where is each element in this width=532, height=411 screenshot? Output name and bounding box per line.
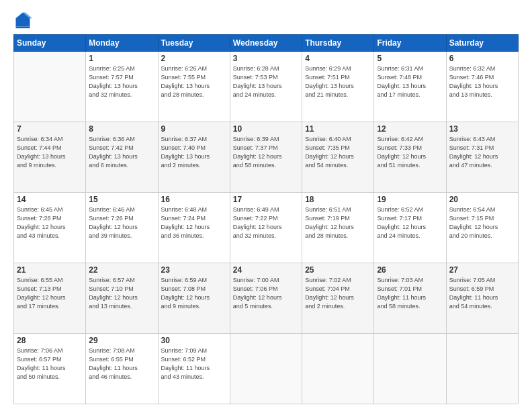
weekday-header: Sunday — [14, 35, 86, 52]
calendar-table: SundayMondayTuesdayWednesdayThursdayFrid… — [13, 34, 519, 404]
weekday-header: Friday — [374, 35, 446, 52]
calendar-cell: 14Sunrise: 6:45 AM Sunset: 7:28 PM Dayli… — [14, 193, 86, 263]
day-number: 26 — [377, 265, 443, 275]
day-number: 1 — [89, 54, 154, 63]
weekday-header: Monday — [86, 35, 158, 52]
day-number: 14 — [17, 195, 83, 204]
day-info: Sunrise: 6:55 AM Sunset: 7:13 PM Dayligh… — [17, 276, 83, 311]
day-info: Sunrise: 6:48 AM Sunset: 7:24 PM Dayligh… — [161, 205, 227, 240]
day-info: Sunrise: 7:03 AM Sunset: 7:01 PM Dayligh… — [377, 276, 443, 311]
day-info: Sunrise: 7:05 AM Sunset: 6:59 PM Dayligh… — [449, 276, 515, 311]
day-number: 11 — [305, 124, 371, 134]
day-info: Sunrise: 6:26 AM Sunset: 7:55 PM Dayligh… — [161, 64, 227, 99]
day-number: 21 — [17, 265, 83, 275]
day-number: 2 — [161, 54, 227, 63]
calendar-cell: 30Sunrise: 7:09 AM Sunset: 6:52 PM Dayli… — [158, 334, 230, 404]
day-info: Sunrise: 6:57 AM Sunset: 7:10 PM Dayligh… — [89, 276, 154, 311]
calendar-cell: 2Sunrise: 6:26 AM Sunset: 7:55 PM Daylig… — [158, 52, 230, 122]
day-number: 27 — [449, 265, 515, 275]
day-info: Sunrise: 6:52 AM Sunset: 7:17 PM Dayligh… — [377, 205, 443, 240]
header — [13, 10, 519, 29]
calendar-cell: 26Sunrise: 7:03 AM Sunset: 7:01 PM Dayli… — [374, 263, 446, 334]
calendar-page: SundayMondayTuesdayWednesdayThursdayFrid… — [0, 0, 532, 411]
day-number: 22 — [89, 265, 154, 275]
calendar-cell: 3Sunrise: 6:28 AM Sunset: 7:53 PM Daylig… — [230, 52, 302, 122]
calendar-cell — [14, 52, 86, 122]
weekday-header: Tuesday — [158, 35, 230, 52]
day-info: Sunrise: 6:28 AM Sunset: 7:53 PM Dayligh… — [233, 64, 299, 99]
calendar-cell: 16Sunrise: 6:48 AM Sunset: 7:24 PM Dayli… — [158, 193, 230, 263]
day-number: 18 — [305, 195, 371, 204]
day-number: 24 — [233, 265, 299, 275]
day-info: Sunrise: 6:51 AM Sunset: 7:19 PM Dayligh… — [305, 205, 371, 240]
calendar-cell: 6Sunrise: 6:32 AM Sunset: 7:46 PM Daylig… — [446, 52, 518, 122]
day-info: Sunrise: 6:25 AM Sunset: 7:57 PM Dayligh… — [89, 64, 154, 99]
day-info: Sunrise: 6:43 AM Sunset: 7:31 PM Dayligh… — [449, 135, 515, 170]
calendar-cell: 7Sunrise: 6:34 AM Sunset: 7:44 PM Daylig… — [14, 122, 86, 193]
day-number: 17 — [233, 195, 299, 204]
day-number: 12 — [377, 124, 443, 134]
day-info: Sunrise: 6:54 AM Sunset: 7:15 PM Dayligh… — [449, 205, 515, 240]
calendar-cell: 23Sunrise: 6:59 AM Sunset: 7:08 PM Dayli… — [158, 263, 230, 334]
calendar-cell: 27Sunrise: 7:05 AM Sunset: 6:59 PM Dayli… — [446, 263, 518, 334]
calendar-cell: 8Sunrise: 6:36 AM Sunset: 7:42 PM Daylig… — [86, 122, 158, 193]
day-info: Sunrise: 6:49 AM Sunset: 7:22 PM Dayligh… — [233, 205, 299, 240]
day-info: Sunrise: 7:09 AM Sunset: 6:52 PM Dayligh… — [161, 347, 227, 381]
day-info: Sunrise: 6:40 AM Sunset: 7:35 PM Dayligh… — [305, 135, 371, 170]
weekday-header: Wednesday — [230, 35, 302, 52]
calendar-cell: 12Sunrise: 6:42 AM Sunset: 7:33 PM Dayli… — [374, 122, 446, 193]
calendar-cell: 18Sunrise: 6:51 AM Sunset: 7:19 PM Dayli… — [302, 193, 374, 263]
calendar-cell: 22Sunrise: 6:57 AM Sunset: 7:10 PM Dayli… — [86, 263, 158, 334]
day-info: Sunrise: 7:08 AM Sunset: 6:55 PM Dayligh… — [89, 347, 154, 381]
day-number: 10 — [233, 124, 299, 134]
day-number: 6 — [449, 54, 515, 63]
day-info: Sunrise: 6:31 AM Sunset: 7:48 PM Dayligh… — [377, 64, 443, 99]
calendar-cell: 28Sunrise: 7:06 AM Sunset: 6:57 PM Dayli… — [14, 334, 86, 404]
day-number: 15 — [89, 195, 154, 204]
calendar-cell: 24Sunrise: 7:00 AM Sunset: 7:06 PM Dayli… — [230, 263, 302, 334]
calendar-cell: 13Sunrise: 6:43 AM Sunset: 7:31 PM Dayli… — [446, 122, 518, 193]
calendar-cell: 11Sunrise: 6:40 AM Sunset: 7:35 PM Dayli… — [302, 122, 374, 193]
calendar-cell: 5Sunrise: 6:31 AM Sunset: 7:48 PM Daylig… — [374, 52, 446, 122]
day-info: Sunrise: 6:32 AM Sunset: 7:46 PM Dayligh… — [449, 64, 515, 99]
day-number: 16 — [161, 195, 227, 204]
calendar-cell: 15Sunrise: 6:46 AM Sunset: 7:26 PM Dayli… — [86, 193, 158, 263]
day-number: 4 — [305, 54, 371, 63]
calendar-cell: 25Sunrise: 7:02 AM Sunset: 7:04 PM Dayli… — [302, 263, 374, 334]
day-number: 13 — [449, 124, 515, 134]
day-info: Sunrise: 6:39 AM Sunset: 7:37 PM Dayligh… — [233, 135, 299, 170]
calendar-cell — [446, 334, 518, 404]
calendar-cell — [374, 334, 446, 404]
calendar-cell — [230, 334, 302, 404]
day-number: 30 — [161, 336, 227, 345]
calendar-cell: 9Sunrise: 6:37 AM Sunset: 7:40 PM Daylig… — [158, 122, 230, 193]
day-number: 19 — [377, 195, 443, 204]
day-info: Sunrise: 6:36 AM Sunset: 7:42 PM Dayligh… — [89, 135, 154, 170]
day-info: Sunrise: 6:29 AM Sunset: 7:51 PM Dayligh… — [305, 64, 371, 99]
svg-rect-2 — [16, 27, 30, 29]
svg-marker-0 — [16, 13, 30, 27]
day-info: Sunrise: 7:02 AM Sunset: 7:04 PM Dayligh… — [305, 276, 371, 311]
day-info: Sunrise: 6:45 AM Sunset: 7:28 PM Dayligh… — [17, 205, 83, 240]
logo — [13, 10, 35, 29]
day-number: 3 — [233, 54, 299, 63]
day-number: 23 — [161, 265, 227, 275]
day-number: 29 — [89, 336, 154, 345]
calendar-cell: 29Sunrise: 7:08 AM Sunset: 6:55 PM Dayli… — [86, 334, 158, 404]
day-info: Sunrise: 6:46 AM Sunset: 7:26 PM Dayligh… — [89, 205, 154, 240]
calendar-cell: 1Sunrise: 6:25 AM Sunset: 7:57 PM Daylig… — [86, 52, 158, 122]
day-number: 8 — [89, 124, 154, 134]
day-number: 25 — [305, 265, 371, 275]
calendar-cell: 17Sunrise: 6:49 AM Sunset: 7:22 PM Dayli… — [230, 193, 302, 263]
day-info: Sunrise: 6:37 AM Sunset: 7:40 PM Dayligh… — [161, 135, 227, 170]
logo-icon — [13, 10, 32, 29]
calendar-cell — [302, 334, 374, 404]
weekday-header: Thursday — [302, 35, 374, 52]
weekday-header: Saturday — [446, 35, 518, 52]
calendar-cell: 20Sunrise: 6:54 AM Sunset: 7:15 PM Dayli… — [446, 193, 518, 263]
day-number: 9 — [161, 124, 227, 134]
day-number: 28 — [17, 336, 83, 345]
calendar-cell: 4Sunrise: 6:29 AM Sunset: 7:51 PM Daylig… — [302, 52, 374, 122]
calendar-cell: 10Sunrise: 6:39 AM Sunset: 7:37 PM Dayli… — [230, 122, 302, 193]
day-info: Sunrise: 6:34 AM Sunset: 7:44 PM Dayligh… — [17, 135, 83, 170]
